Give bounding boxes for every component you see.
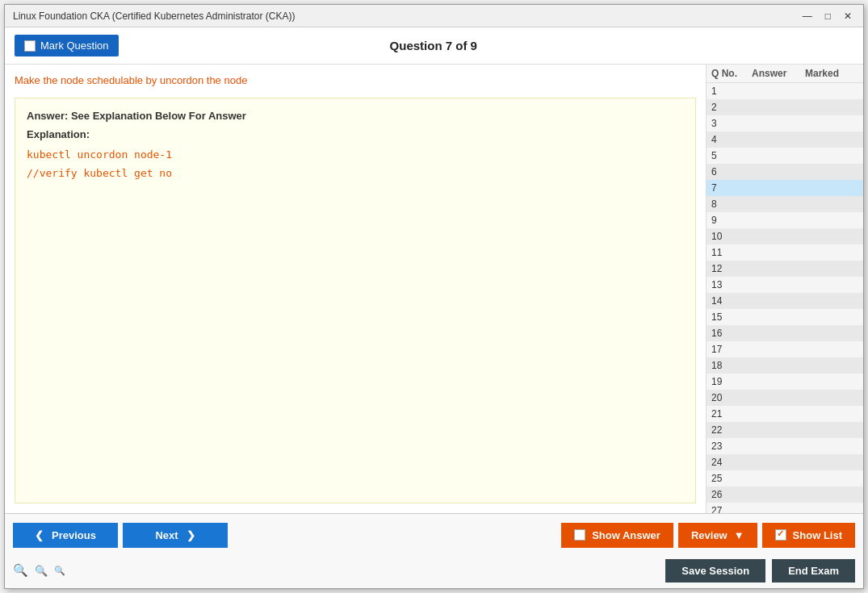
- table-row[interactable]: 14: [707, 293, 863, 309]
- next-button[interactable]: Next: [123, 523, 228, 548]
- close-button[interactable]: ✕: [841, 10, 855, 22]
- q-number: 3: [711, 118, 752, 129]
- zoom-reset-icon[interactable]: 🔍: [35, 565, 48, 577]
- table-row[interactable]: 2: [707, 99, 863, 115]
- table-row[interactable]: 21: [707, 406, 863, 422]
- q-number: 26: [711, 489, 752, 500]
- left-panel: Make the node schedulable by uncordon th…: [5, 65, 706, 513]
- q-number: 10: [711, 231, 752, 242]
- table-row[interactable]: 25: [707, 470, 863, 487]
- table-row[interactable]: 20: [707, 390, 863, 406]
- table-row[interactable]: 26: [707, 487, 863, 503]
- col-qno: Q No.: [711, 68, 752, 79]
- q-number: 4: [711, 134, 752, 145]
- table-row[interactable]: 24: [707, 454, 863, 470]
- table-row[interactable]: 4: [707, 132, 863, 148]
- q-number: 1: [711, 86, 752, 97]
- q-number: 9: [711, 215, 752, 226]
- q-number: 25: [711, 473, 752, 484]
- table-row[interactable]: 13: [707, 277, 863, 293]
- table-row[interactable]: 11: [707, 244, 863, 261]
- table-row[interactable]: 19: [707, 374, 863, 390]
- previous-arrow-icon: [35, 529, 47, 541]
- table-row[interactable]: 22: [707, 422, 863, 438]
- footer-bottom: 🔍 🔍 🔍 Save Session End Exam: [5, 556, 863, 588]
- q-number: 15: [711, 311, 752, 323]
- q-number: 23: [711, 441, 752, 452]
- code-line-2: //verify kubectl get no: [27, 167, 684, 179]
- end-exam-button[interactable]: End Exam: [772, 559, 855, 583]
- previous-button[interactable]: Previous: [13, 523, 118, 548]
- title-bar: Linux Foundation CKA (Certified Kubernet…: [5, 5, 863, 27]
- q-number: 19: [711, 376, 752, 387]
- q-number: 2: [711, 102, 752, 113]
- table-row[interactable]: 5: [707, 148, 863, 164]
- show-list-button[interactable]: Show List: [762, 523, 855, 548]
- table-row[interactable]: 6: [707, 164, 863, 180]
- question-title: Question 7 of 9: [119, 39, 748, 52]
- answer-label: Answer: See Explanation Below For Answer: [27, 110, 684, 122]
- table-row[interactable]: 18: [707, 357, 863, 374]
- mark-checkbox-icon: [24, 40, 36, 52]
- table-row[interactable]: 27: [707, 503, 863, 513]
- table-row[interactable]: 10: [707, 228, 863, 244]
- q-number: 12: [711, 263, 752, 274]
- show-list-label: Show List: [793, 529, 842, 541]
- question-list: 1234567891011121314151617181920212223242…: [707, 83, 863, 513]
- table-row[interactable]: 8: [707, 196, 863, 212]
- right-panel: Q No. Answer Marked 12345678910111213141…: [706, 65, 863, 513]
- q-number: 11: [711, 247, 752, 258]
- q-number: 6: [711, 166, 752, 177]
- table-row[interactable]: 7: [707, 180, 863, 196]
- mark-question-label: Mark Question: [40, 40, 109, 52]
- q-number: 20: [711, 392, 752, 403]
- main-content: Make the node schedulable by uncordon th…: [5, 65, 863, 513]
- review-label: Review: [691, 529, 728, 541]
- answer-box: Answer: See Explanation Below For Answer…: [15, 98, 696, 503]
- show-list-check-icon: [775, 529, 786, 541]
- maximize-button[interactable]: □: [822, 10, 834, 22]
- footer: Previous Next Show Answer Review ▼ Show …: [5, 513, 863, 588]
- previous-label: Previous: [52, 529, 96, 541]
- q-number: 22: [711, 424, 752, 436]
- q-number: 21: [711, 408, 752, 420]
- mark-question-button[interactable]: Mark Question: [15, 35, 119, 56]
- review-button[interactable]: Review ▼: [678, 523, 757, 548]
- show-answer-label: Show Answer: [592, 529, 660, 541]
- table-row[interactable]: 3: [707, 115, 863, 132]
- explanation-label: Explanation:: [27, 128, 684, 140]
- next-label: Next: [155, 529, 178, 541]
- next-arrow-icon: [183, 529, 195, 541]
- col-marked: Marked: [805, 68, 858, 79]
- q-number: 5: [711, 150, 752, 161]
- table-row[interactable]: 23: [707, 438, 863, 454]
- header: Mark Question Question 7 of 9: [5, 27, 863, 65]
- show-answer-button[interactable]: Show Answer: [561, 523, 673, 548]
- review-dropdown-icon: ▼: [734, 529, 744, 541]
- col-answer: Answer: [752, 68, 805, 79]
- code-line-1: kubectl uncordon node-1: [27, 148, 684, 161]
- minimize-button[interactable]: —: [799, 10, 816, 22]
- show-answer-checkbox-icon: [574, 529, 585, 541]
- q-number: 24: [711, 457, 752, 468]
- zoom-in-icon[interactable]: 🔍: [13, 563, 28, 578]
- question-text: Make the node schedulable by uncordon th…: [15, 74, 696, 86]
- table-row[interactable]: 12: [707, 261, 863, 277]
- zoom-out-icon[interactable]: 🔍: [54, 566, 65, 576]
- right-panel-header: Q No. Answer Marked: [707, 65, 863, 83]
- q-number: 18: [711, 360, 752, 371]
- table-row[interactable]: 17: [707, 341, 863, 357]
- footer-buttons: Previous Next Show Answer Review ▼ Show …: [5, 514, 863, 556]
- save-session-button[interactable]: Save Session: [665, 559, 765, 583]
- q-number: 13: [711, 279, 752, 290]
- table-row[interactable]: 9: [707, 212, 863, 228]
- window-controls: — □ ✕: [799, 10, 855, 22]
- main-window: Linux Foundation CKA (Certified Kubernet…: [4, 4, 864, 589]
- table-row[interactable]: 1: [707, 83, 863, 99]
- q-number: 8: [711, 198, 752, 210]
- q-number: 27: [711, 505, 752, 513]
- window-title: Linux Foundation CKA (Certified Kubernet…: [13, 10, 296, 22]
- table-row[interactable]: 16: [707, 325, 863, 341]
- q-number: 14: [711, 295, 752, 307]
- table-row[interactable]: 15: [707, 309, 863, 325]
